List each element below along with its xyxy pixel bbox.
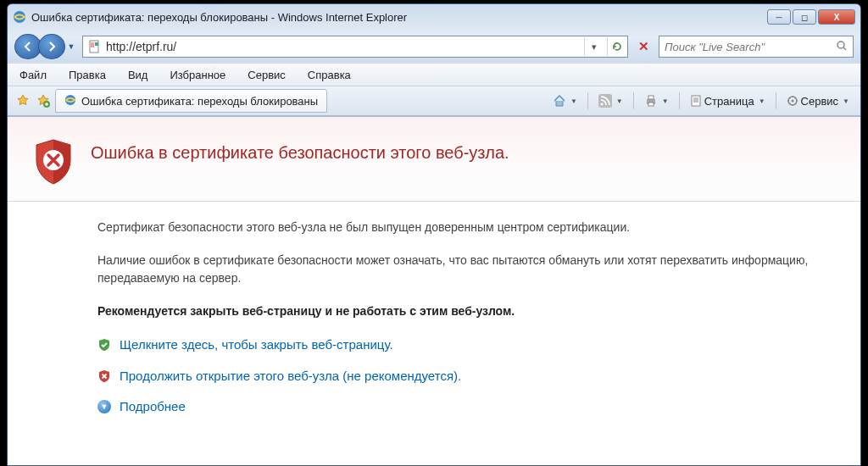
browser-window: Ошибка сертификата: переходы блокированы… — [7, 3, 861, 466]
chevron-down-icon: ▼ — [616, 97, 623, 105]
svg-rect-8 — [648, 96, 654, 99]
cert-para-1: Сертификат безопасности этого веб-узла н… — [97, 219, 835, 236]
stop-button[interactable]: ✕ — [633, 36, 654, 57]
chevron-down-icon: ▼ — [570, 97, 577, 105]
certificate-error-page: Ошибка в сертификате безопасности этого … — [8, 117, 860, 442]
address-bar[interactable]: http://etprf.ru/ ▾ — [82, 36, 628, 58]
svg-point-12 — [791, 100, 793, 103]
separator — [587, 92, 588, 109]
home-button[interactable]: ▼ — [548, 91, 581, 111]
separator — [679, 92, 680, 109]
content-area: Ошибка в сертификате безопасности этого … — [8, 116, 860, 465]
refresh-button[interactable] — [607, 37, 626, 56]
ie-icon — [13, 10, 26, 24]
rss-button[interactable]: ▼ — [594, 91, 627, 111]
search-box[interactable] — [659, 36, 854, 58]
cert-banner: Ошибка в сертификате безопасности этого … — [8, 117, 860, 202]
more-info-text: Подробнее — [120, 397, 186, 417]
close-page-text: Щелкните здесь, чтобы закрыть веб-страни… — [120, 336, 393, 355]
print-button[interactable]: ▼ — [640, 91, 673, 111]
chevron-down-icon: ▼ — [843, 97, 849, 105]
cert-recommendation: Рекомендуется закрыть веб-страницу и не … — [97, 302, 835, 320]
svg-rect-10 — [692, 96, 700, 106]
search-input[interactable] — [665, 41, 831, 53]
add-favorite-icon[interactable] — [35, 92, 52, 109]
search-icon[interactable] — [836, 40, 848, 54]
titlebar: Ошибка сертификата: переходы блокированы… — [8, 4, 860, 30]
svg-point-6 — [600, 103, 603, 106]
forward-button[interactable] — [38, 34, 65, 59]
toolbar: Ошибка сертификата: переходы блокированы… — [8, 86, 860, 116]
favorites-star-icon[interactable] — [14, 92, 31, 109]
window-title: Ошибка сертификата: переходы блокированы… — [31, 11, 767, 24]
nav-arrows: ▼ — [14, 34, 77, 59]
maximize-button[interactable]: ◻ — [793, 9, 816, 25]
shield-error-icon — [33, 138, 74, 186]
cert-para-2: Наличие ошибок в сертификате безопасност… — [97, 252, 835, 287]
menu-bar: Файл Правка Вид Избранное Сервис Справка — [8, 64, 860, 86]
chevron-down-icon: ▼ — [759, 97, 765, 105]
more-info-link[interactable]: ▼ Подробнее — [97, 397, 835, 417]
menu-edit[interactable]: Правка — [65, 67, 109, 83]
expand-icon: ▼ — [97, 400, 111, 413]
nav-history-dropdown[interactable]: ▼ — [65, 34, 77, 59]
menu-file[interactable]: Файл — [16, 67, 50, 83]
service-menu[interactable]: Сервис ▼ — [782, 91, 854, 111]
close-page-link[interactable]: Щелкните здесь, чтобы закрыть веб-страни… — [97, 336, 835, 355]
menu-tools[interactable]: Сервис — [244, 67, 289, 83]
browser-tab[interactable]: Ошибка сертификата: переходы блокированы — [55, 89, 327, 113]
close-button[interactable]: X — [818, 9, 855, 25]
cert-body: Сертификат безопасности этого веб-узла н… — [33, 202, 835, 417]
x-shield-icon — [97, 369, 111, 383]
svg-rect-5 — [598, 94, 612, 108]
address-url: http://etprf.ru/ — [106, 40, 580, 53]
page-menu-label: Страница — [704, 95, 754, 108]
minimize-button[interactable]: ─ — [767, 9, 791, 25]
menu-view[interactable]: Вид — [125, 67, 152, 83]
address-dropdown[interactable]: ▾ — [584, 37, 603, 56]
window-controls: ─ ◻ X — [767, 9, 855, 25]
svg-point-2 — [837, 42, 844, 48]
menu-favorites[interactable]: Избранное — [166, 67, 229, 83]
page-icon — [88, 40, 102, 53]
separator — [776, 92, 776, 109]
service-menu-label: Сервис — [801, 95, 839, 108]
menu-help[interactable]: Справка — [304, 67, 354, 83]
tab-icon — [64, 94, 76, 108]
nav-bar: ▼ http://etprf.ru/ ▾ ✕ — [8, 30, 860, 64]
continue-link[interactable]: Продолжить открытие этого веб-узла (не р… — [97, 367, 835, 386]
check-shield-icon — [97, 338, 111, 352]
svg-rect-9 — [648, 103, 654, 106]
tab-title: Ошибка сертификата: переходы блокированы — [81, 95, 318, 108]
page-menu[interactable]: Страница ▼ — [686, 91, 770, 111]
separator — [633, 92, 634, 109]
chevron-down-icon: ▼ — [662, 97, 669, 105]
cert-error-heading: Ошибка в сертификате безопасности этого … — [91, 138, 509, 163]
continue-link-text: Продолжить открытие этого веб-узла (не р… — [120, 367, 461, 386]
